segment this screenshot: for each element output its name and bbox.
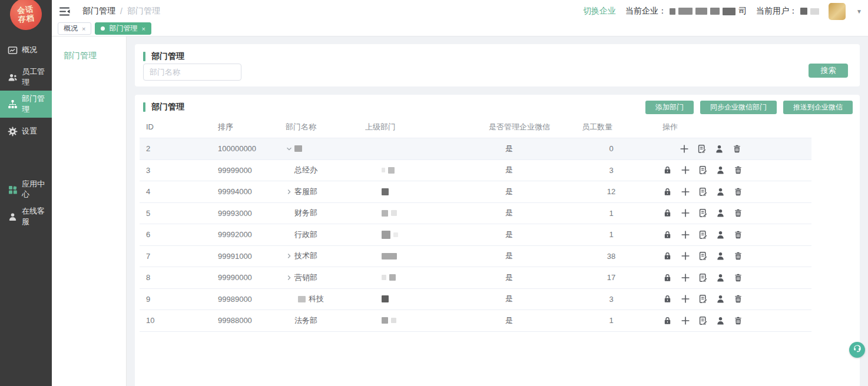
settings-gear-icon (8, 127, 18, 137)
department-name-input[interactable] (143, 64, 241, 81)
add-sub-department-icon[interactable] (680, 272, 690, 282)
sidebar-item-app-center[interactable]: 应用中心 (0, 176, 52, 203)
tab-label: 概况 (64, 24, 78, 34)
department-members-icon[interactable] (715, 294, 725, 304)
sidebar-item-employees[interactable]: 员工管理 (0, 64, 52, 91)
cell-parent-department (365, 317, 489, 324)
add-sub-department-icon[interactable] (680, 165, 690, 175)
sidebar-item-label: 员工管理 (22, 66, 52, 88)
table-row: 2100000000是0 (140, 138, 811, 160)
search-button[interactable]: 搜索 (809, 64, 848, 78)
title-accent-bar (143, 52, 145, 61)
cell-sort: 99991000 (211, 252, 286, 261)
edit-department-icon[interactable] (698, 187, 708, 197)
edit-department-icon[interactable] (698, 229, 708, 239)
sidebar-item-online-service[interactable]: 在线客服 (0, 203, 52, 230)
submenu-item-departments[interactable]: 部门管理 (52, 36, 126, 61)
expand-row-arrow-icon[interactable] (286, 274, 294, 281)
cell-id: 8 (140, 273, 211, 282)
add-sub-department-icon[interactable] (680, 251, 690, 261)
lock-icon[interactable] (662, 251, 672, 261)
edit-department-icon[interactable] (698, 165, 708, 175)
customer-service-float-button[interactable] (849, 342, 865, 358)
edit-department-icon[interactable] (698, 272, 708, 282)
user-menu-caret-down-icon[interactable]: ▼ (856, 8, 862, 15)
edit-department-icon[interactable] (698, 315, 708, 325)
sidebar-item-settings[interactable]: 设置 (0, 118, 52, 145)
cell-employee-count: 1 (582, 316, 641, 325)
breadcrumb-section[interactable]: 部门管理 (82, 6, 115, 16)
department-members-icon[interactable] (715, 208, 725, 218)
add-sub-department-icon[interactable] (680, 187, 690, 197)
delete-department-icon[interactable] (733, 229, 743, 239)
lock-icon[interactable] (662, 315, 672, 325)
delete-department-icon[interactable] (733, 294, 743, 304)
cell-sort: 99988000 (211, 316, 286, 325)
lock-icon[interactable] (662, 165, 672, 175)
delete-department-icon[interactable] (733, 251, 743, 261)
add-sub-department-icon[interactable] (680, 208, 690, 218)
collapse-row-arrow-icon[interactable] (286, 145, 294, 152)
lock-icon[interactable] (662, 272, 672, 282)
department-members-icon[interactable] (715, 165, 725, 175)
switch-company-link[interactable]: 切换企业 (583, 6, 616, 16)
department-members-icon[interactable] (715, 315, 725, 325)
delete-department-icon[interactable] (733, 315, 743, 325)
cell-department-name: 财务部 (286, 208, 365, 218)
lock-icon[interactable] (662, 294, 672, 304)
department-members-icon[interactable] (715, 272, 725, 282)
table-row: 999989000科技是3 (140, 289, 811, 311)
tab-overview[interactable]: 概况 × (58, 22, 91, 35)
table-row: 1099988000法务部是1 (140, 310, 811, 332)
add-sub-department-icon[interactable] (679, 144, 689, 154)
cell-sort: 100000000 (211, 144, 286, 153)
cell-employee-count: 3 (582, 166, 641, 175)
delete-department-icon[interactable] (733, 208, 743, 218)
sidebar-item-overview[interactable]: 概况 (0, 36, 52, 64)
department-members-icon[interactable] (715, 229, 725, 239)
col-header-sort: 排序 (211, 122, 286, 132)
sidebar-item-departments[interactable]: 部门管理 (0, 91, 52, 118)
add-sub-department-icon[interactable] (680, 229, 690, 239)
close-icon[interactable]: × (141, 25, 145, 32)
edit-department-icon[interactable] (697, 144, 707, 154)
table-row: 699992000行政部是1 (140, 224, 811, 246)
tab-departments[interactable]: 部门管理 × (95, 22, 151, 35)
add-sub-department-icon[interactable] (680, 294, 690, 304)
sidebar: 会话 存档 概况 员工管理 部门管理 (0, 0, 52, 386)
delete-department-icon[interactable] (732, 144, 742, 154)
expand-row-arrow-icon[interactable] (286, 252, 294, 259)
delete-department-icon[interactable] (733, 165, 743, 175)
departments-tree-icon (8, 99, 18, 109)
department-name-text: 行政部 (294, 229, 317, 240)
cell-operations (662, 229, 811, 239)
edit-department-icon[interactable] (698, 208, 708, 218)
department-members-icon[interactable] (715, 251, 725, 261)
department-members-icon[interactable] (714, 144, 724, 154)
edit-department-icon[interactable] (698, 294, 708, 304)
sidebar-item-label: 应用中心 (22, 179, 52, 200)
breadcrumb-separator: / (120, 6, 122, 16)
lock-icon[interactable] (662, 229, 672, 239)
user-avatar[interactable] (829, 3, 846, 20)
delete-department-icon[interactable] (733, 272, 743, 282)
redacted-text (391, 210, 397, 216)
lock-icon[interactable] (662, 187, 672, 197)
edit-department-icon[interactable] (698, 251, 708, 261)
delete-department-icon[interactable] (733, 187, 743, 197)
table-row: 399999000总经办是3 (140, 160, 811, 182)
lock-icon[interactable] (662, 208, 672, 218)
push-to-wecom-button[interactable]: 推送到企业微信 (783, 101, 853, 114)
cell-operations (662, 294, 811, 304)
cell-sort: 99989000 (211, 295, 286, 304)
collapse-sidebar-icon[interactable] (59, 6, 71, 16)
sync-wecom-departments-button[interactable]: 同步企业微信部门 (700, 101, 777, 114)
expand-row-arrow-icon[interactable] (286, 188, 294, 195)
add-sub-department-icon[interactable] (680, 315, 690, 325)
search-card: 部门管理 搜索 (135, 44, 860, 86)
close-icon[interactable]: × (82, 25, 85, 32)
redacted-text (710, 8, 720, 15)
department-members-icon[interactable] (715, 187, 725, 197)
cell-sort: 99999000 (211, 166, 286, 175)
add-department-button[interactable]: 添加部门 (645, 101, 694, 114)
